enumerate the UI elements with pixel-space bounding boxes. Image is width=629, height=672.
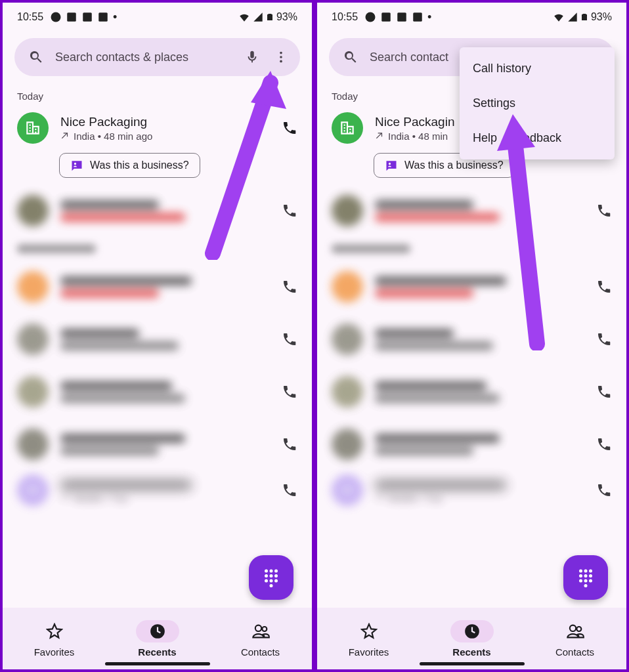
phone-screenshot-right: 10:55 • 93% Search contact	[314, 0, 629, 672]
blurred-call-row[interactable]	[317, 184, 626, 237]
blurred-call-row[interactable]	[3, 184, 312, 237]
call-button[interactable]	[596, 482, 612, 498]
star-icon	[360, 623, 378, 640]
blurred-call-row[interactable]	[3, 418, 312, 471]
svg-point-0	[51, 12, 61, 22]
mic-icon[interactable]	[242, 47, 262, 67]
call-button[interactable]	[282, 436, 297, 452]
battery-text: 93%	[591, 11, 612, 23]
call-button[interactable]	[596, 331, 612, 347]
blurred-call-row[interactable]	[3, 261, 312, 313]
menu-settings[interactable]: Settings	[460, 86, 615, 121]
recents-list[interactable]: Today Nice Packaging India • 48 min ago	[3, 81, 312, 608]
nav-label: Recents	[452, 646, 490, 658]
nav-label: Favorites	[34, 646, 75, 658]
call-subtext: India • 48 min	[388, 131, 448, 142]
nav-favorites[interactable]: Favorites	[3, 608, 106, 669]
app-icon	[380, 11, 392, 23]
nav-handle[interactable]	[420, 662, 525, 665]
status-time: 10:55	[17, 11, 43, 23]
blurred-call-row[interactable]	[317, 261, 626, 313]
clock-icon	[464, 623, 481, 640]
menu-help[interactable]: Help eedback	[460, 121, 615, 156]
svg-point-15	[274, 579, 278, 583]
business-chip[interactable]: Was this a business?	[59, 153, 200, 178]
overflow-menu: Call history Settings Help eedback	[460, 47, 615, 159]
svg-point-25	[579, 574, 582, 578]
call-button[interactable]	[282, 279, 297, 295]
call-button[interactable]	[596, 436, 612, 452]
business-chip-label: Was this a business?	[90, 159, 189, 171]
outgoing-call-icon	[375, 131, 384, 140]
section-header-today: Today	[3, 81, 312, 106]
app-icon-3	[97, 11, 109, 23]
nav-recents[interactable]: Recents	[420, 608, 523, 669]
svg-point-6	[280, 60, 282, 63]
call-subtext: India • 48 min ago	[74, 131, 152, 142]
bottom-nav: Favorites Recents Contacts	[317, 608, 626, 669]
call-button[interactable]	[596, 279, 612, 295]
svg-rect-3	[98, 12, 108, 22]
nav-label: Recents	[138, 646, 176, 658]
svg-rect-2	[83, 12, 92, 22]
call-button[interactable]	[282, 331, 297, 347]
svg-point-9	[274, 570, 278, 573]
svg-point-24	[589, 570, 592, 573]
status-bar: 10:55 • 93%	[3, 3, 312, 32]
blurred-call-row[interactable]	[3, 313, 312, 366]
call-button[interactable]	[282, 482, 297, 498]
call-button[interactable]	[282, 120, 297, 136]
dialpad-fab[interactable]	[563, 555, 608, 600]
blurred-call-row[interactable]	[3, 366, 312, 418]
blurred-call-row[interactable]	[317, 366, 626, 418]
status-time: 10:55	[332, 11, 358, 23]
dialpad-fab[interactable]	[249, 555, 293, 600]
clock-icon	[149, 623, 166, 640]
search-icon	[26, 47, 46, 67]
battery-icon	[580, 11, 588, 23]
recents-list[interactable]: Today Nice Packagin India • 48 min Was t…	[317, 81, 626, 608]
more-icon[interactable]	[271, 47, 291, 67]
search-bar[interactable]: Search contacts & places	[14, 38, 300, 76]
svg-rect-19	[381, 12, 391, 22]
blurred-call-row[interactable]: H Mobile • Tue	[317, 471, 626, 506]
messenger-icon	[50, 11, 62, 23]
bottom-nav: Favorites Recents Contacts	[3, 608, 312, 669]
blurred-call-row[interactable]	[317, 313, 626, 366]
svg-rect-1	[67, 12, 76, 22]
blurred-call-row[interactable]	[317, 418, 626, 471]
app-icon-3	[412, 11, 423, 23]
nav-recents[interactable]: Recents	[106, 608, 209, 669]
svg-point-16	[270, 584, 273, 587]
call-subtext: Mobile • Tue	[74, 493, 128, 504]
dialpad-icon	[261, 568, 281, 587]
menu-call-history[interactable]: Call history	[460, 51, 615, 86]
nav-label: Contacts	[241, 646, 280, 658]
nav-contacts[interactable]: Contacts	[523, 608, 626, 669]
battery-icon	[266, 11, 274, 23]
call-button[interactable]	[596, 384, 612, 400]
contact-avatar	[17, 112, 49, 144]
svg-point-27	[589, 574, 592, 578]
nav-handle[interactable]	[105, 662, 210, 665]
app-icon-2	[81, 11, 93, 23]
svg-point-10	[265, 574, 268, 578]
signal-icon	[253, 12, 263, 22]
svg-point-29	[584, 579, 588, 583]
blurred-call-row[interactable]: H Mobile • Tue	[3, 471, 312, 506]
nav-label: Favorites	[349, 646, 389, 658]
call-button[interactable]	[282, 384, 297, 400]
nav-favorites[interactable]: Favorites	[317, 608, 420, 669]
wifi-icon	[553, 11, 565, 23]
outgoing-call-icon	[60, 131, 70, 140]
call-button[interactable]	[596, 203, 612, 219]
dialpad-icon	[576, 568, 596, 587]
call-button[interactable]	[282, 203, 297, 219]
svg-point-8	[270, 570, 273, 573]
call-row[interactable]: Nice Packaging India • 48 min ago	[3, 106, 312, 144]
svg-point-30	[589, 579, 592, 583]
nav-label: Contacts	[555, 646, 594, 658]
svg-point-13	[265, 579, 268, 583]
svg-rect-20	[397, 12, 406, 22]
nav-contacts[interactable]: Contacts	[209, 608, 312, 669]
